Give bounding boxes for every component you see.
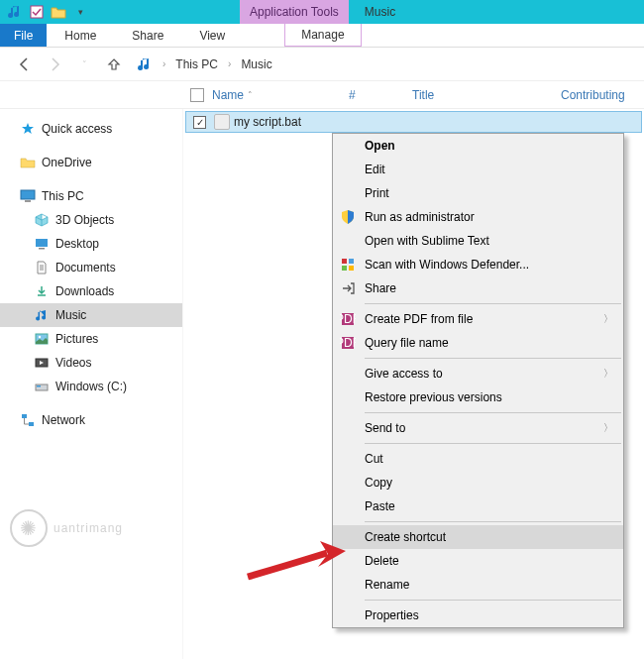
- file-checkbox[interactable]: ✓: [193, 116, 206, 129]
- qat-save-icon[interactable]: [28, 3, 46, 21]
- ribbon-tabs: File Home Share View Manage: [0, 24, 644, 48]
- ctx-send-to[interactable]: Send to〉: [333, 416, 623, 440]
- svg-rect-11: [29, 422, 34, 426]
- ribbon-file-tab[interactable]: File: [0, 24, 47, 47]
- breadcrumb-music[interactable]: Music: [237, 55, 275, 73]
- sidebar-3d-objects[interactable]: 3D Objects: [0, 208, 182, 232]
- ctx-label: Restore previous versions: [365, 390, 502, 404]
- ctx-run-admin[interactable]: Run as administrator: [333, 205, 623, 229]
- ctx-cut[interactable]: Cut: [333, 447, 623, 471]
- select-all-checkbox[interactable]: [190, 88, 204, 102]
- sidebar-item-label: Windows (C:): [55, 380, 127, 393]
- folder-icon: [20, 155, 36, 170]
- ctx-separator: [365, 600, 621, 601]
- drive-icon: [34, 379, 50, 394]
- cube-icon: [34, 212, 50, 228]
- ctx-open-sublime[interactable]: Open with Sublime Text: [333, 229, 623, 253]
- sidebar-music[interactable]: Music: [0, 303, 182, 327]
- contextual-tab-label: Application Tools: [240, 0, 349, 24]
- title-bar: ▾ Application Tools Music: [0, 0, 644, 24]
- sidebar-this-pc[interactable]: This PC: [0, 184, 182, 208]
- svg-point-6: [39, 336, 41, 338]
- ctx-label: Rename: [365, 578, 409, 592]
- qat-dropdown-icon[interactable]: ▾: [71, 3, 89, 21]
- ctx-open[interactable]: Open: [333, 134, 623, 158]
- ctx-print[interactable]: Print: [333, 181, 623, 205]
- sidebar-windows-c[interactable]: Windows (C:): [0, 375, 182, 398]
- ctx-paste[interactable]: Paste: [333, 494, 623, 518]
- ctx-restore-prev[interactable]: Restore previous versions: [333, 385, 623, 409]
- ribbon-tab-view[interactable]: View: [181, 24, 243, 47]
- svg-rect-9: [37, 385, 41, 387]
- pdf-icon: PDF: [339, 334, 357, 352]
- svg-rect-3: [36, 239, 48, 247]
- ctx-label: Properties: [365, 608, 419, 622]
- breadcrumb-this-pc[interactable]: This PC: [171, 55, 222, 73]
- sidebar-videos[interactable]: Videos: [0, 351, 182, 375]
- network-icon: [20, 412, 36, 428]
- file-name: my script.bat: [234, 115, 301, 129]
- sidebar-item-label: Downloads: [55, 284, 114, 298]
- pdf-icon: PDF: [339, 310, 357, 328]
- nav-sidebar: Quick access OneDrive This PC 3D Objects…: [0, 109, 183, 659]
- svg-rect-1: [21, 190, 35, 199]
- sidebar-desktop[interactable]: Desktop: [0, 232, 182, 256]
- sidebar-documents[interactable]: Documents: [0, 256, 182, 279]
- column-name[interactable]: Name˄: [212, 88, 349, 102]
- breadcrumb[interactable]: › This PC › Music: [137, 55, 276, 73]
- ctx-separator: [365, 412, 621, 413]
- file-row[interactable]: ✓ my script.bat: [185, 111, 642, 133]
- svg-rect-12: [342, 259, 347, 264]
- ctx-query-filename[interactable]: PDF Query file name: [333, 331, 623, 355]
- sidebar-pictures[interactable]: Pictures: [0, 327, 182, 351]
- up-button[interactable]: [103, 54, 125, 75]
- column-num[interactable]: #: [349, 88, 412, 102]
- nav-row: ˅ › This PC › Music: [0, 48, 644, 81]
- ctx-share[interactable]: Share: [333, 276, 623, 300]
- svg-text:PDF: PDF: [340, 312, 356, 326]
- ctx-copy[interactable]: Copy: [333, 471, 623, 494]
- ctx-label: Open with Sublime Text: [365, 234, 489, 248]
- sidebar-item-label: Documents: [55, 261, 116, 275]
- sidebar-item-label: Videos: [55, 356, 91, 370]
- column-contributing[interactable]: Contributing: [561, 88, 625, 102]
- sidebar-onedrive[interactable]: OneDrive: [0, 151, 182, 174]
- desktop-icon: [34, 236, 50, 252]
- window-title: Music: [349, 0, 411, 24]
- ctx-label: Print: [365, 186, 389, 200]
- monitor-icon: [20, 188, 36, 204]
- sidebar-network[interactable]: Network: [0, 408, 182, 432]
- ctx-label: Copy: [365, 476, 392, 490]
- chevron-right-icon: 〉: [603, 312, 613, 326]
- context-menu: Open Edit Print Run as administrator Ope…: [332, 133, 624, 628]
- batch-file-icon: [214, 114, 230, 130]
- ctx-edit[interactable]: Edit: [333, 158, 623, 181]
- shield-icon: [339, 208, 357, 226]
- ribbon-tab-share[interactable]: Share: [114, 24, 181, 47]
- svg-rect-8: [36, 384, 48, 390]
- column-title[interactable]: Title: [412, 88, 561, 102]
- share-icon: [339, 279, 357, 297]
- sidebar-item-label: Pictures: [55, 332, 98, 346]
- ctx-give-access[interactable]: Give access to〉: [333, 362, 623, 385]
- recent-dropdown-icon[interactable]: ˅: [73, 54, 95, 75]
- picture-icon: [34, 331, 50, 347]
- sidebar-downloads[interactable]: Downloads: [0, 279, 182, 303]
- ctx-separator: [365, 521, 621, 522]
- back-button[interactable]: [14, 54, 36, 75]
- ctx-delete[interactable]: Delete: [333, 549, 623, 573]
- ribbon-tab-home[interactable]: Home: [47, 24, 114, 47]
- ctx-label: Share: [365, 281, 396, 295]
- ctx-properties[interactable]: Properties: [333, 604, 623, 627]
- ctx-scan-defender[interactable]: Scan with Windows Defender...: [333, 253, 623, 276]
- ctx-rename[interactable]: Rename: [333, 573, 623, 597]
- qat-folder-icon[interactable]: [50, 3, 67, 21]
- defender-icon: [339, 256, 357, 274]
- chevron-right-icon[interactable]: ›: [228, 58, 231, 69]
- sidebar-quick-access[interactable]: Quick access: [0, 117, 182, 141]
- ctx-create-pdf[interactable]: PDF Create PDF from file 〉: [333, 307, 623, 331]
- sidebar-item-label: This PC: [42, 189, 84, 203]
- ctx-create-shortcut[interactable]: Create shortcut: [333, 525, 623, 549]
- ribbon-tab-manage[interactable]: Manage: [284, 24, 361, 47]
- chevron-right-icon[interactable]: ›: [162, 58, 165, 69]
